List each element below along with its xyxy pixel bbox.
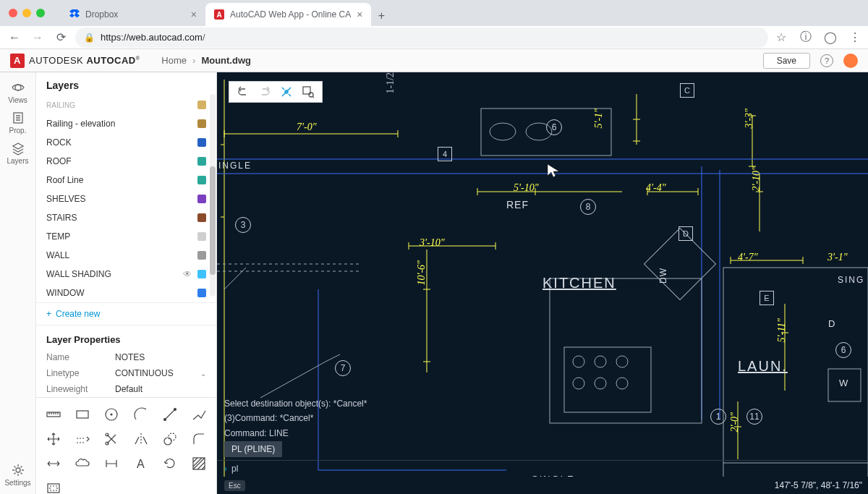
- layer-row[interactable]: ROOF: [36, 152, 216, 171]
- browser-tab-dropbox[interactable]: Dropbox ×: [61, 3, 205, 26]
- color-swatch[interactable]: [197, 176, 206, 184]
- svg-rect-4: [77, 411, 88, 418]
- keynote-e: E: [760, 291, 774, 305]
- layer-row[interactable]: STAIRS: [36, 208, 216, 227]
- rail-layers[interactable]: Layers: [0, 137, 36, 168]
- browser-toolbar: ← → ⟳ 🔒 https://web.autocad.com/ ☆ ⓘ ◯ ⋮: [0, 26, 868, 49]
- save-button[interactable]: Save: [763, 53, 810, 69]
- profile-icon[interactable]: ◯: [823, 30, 838, 44]
- offset-tool[interactable]: [68, 427, 97, 451]
- info-icon[interactable]: ⓘ: [799, 30, 813, 45]
- scrollbar-thumb[interactable]: [210, 166, 216, 275]
- fillet-tool[interactable]: [184, 427, 213, 451]
- layer-row[interactable]: Roof Line: [36, 171, 216, 189]
- url-path: /: [203, 32, 205, 43]
- dw-label: DW: [658, 268, 668, 284]
- layout-tool[interactable]: [39, 476, 68, 494]
- svg-point-27: [616, 356, 628, 367]
- trim-tool[interactable]: [97, 427, 126, 451]
- forward-button[interactable]: →: [29, 29, 46, 46]
- close-icon[interactable]: ×: [357, 9, 362, 20]
- revcloud-tool[interactable]: [68, 451, 97, 476]
- rail-views[interactable]: Views: [0, 77, 36, 107]
- polyline-tool[interactable]: [184, 402, 213, 427]
- reload-button[interactable]: ⟳: [52, 29, 69, 46]
- new-tab-button[interactable]: +: [371, 6, 391, 26]
- color-swatch[interactable]: [197, 232, 206, 241]
- svg-point-7: [163, 419, 166, 421]
- tag-3: 3: [235, 217, 251, 233]
- minimize-window-icon[interactable]: [22, 9, 31, 17]
- rectangle-tool[interactable]: [68, 402, 97, 427]
- color-swatch[interactable]: [197, 119, 206, 128]
- property-row: NameNOTES: [36, 349, 216, 365]
- color-swatch[interactable]: [197, 138, 206, 147]
- layer-row[interactable]: TEMP: [36, 227, 216, 246]
- views-icon: [11, 80, 25, 95]
- color-swatch[interactable]: [197, 157, 206, 166]
- browser-tab-autocad[interactable]: A AutoCAD Web App - Online CA ×: [205, 3, 371, 26]
- undo-button[interactable]: [232, 81, 254, 103]
- dimension-tool[interactable]: [97, 451, 126, 476]
- prompt-icon: ›: [224, 464, 227, 474]
- svg-point-26: [595, 356, 606, 367]
- redo-button[interactable]: [254, 81, 276, 103]
- circle-tool[interactable]: [97, 402, 126, 427]
- layer-row[interactable]: WINDOW: [36, 284, 216, 302]
- layer-name: WINDOW: [46, 288, 85, 298]
- breadcrumb-home[interactable]: Home: [161, 55, 187, 66]
- help-icon[interactable]: ?: [820, 54, 833, 67]
- back-button[interactable]: ←: [6, 29, 23, 46]
- esc-key-hint[interactable]: Esc: [224, 480, 245, 491]
- rotate-tool[interactable]: [156, 451, 184, 476]
- hatch-tool[interactable]: [184, 451, 213, 476]
- mirror-tool[interactable]: [127, 427, 156, 451]
- rail-settings[interactable]: Settings: [0, 459, 36, 490]
- text-tool[interactable]: A: [127, 451, 156, 476]
- sing-label: SING: [838, 275, 864, 285]
- color-swatch[interactable]: [197, 251, 206, 260]
- d-label: D: [828, 318, 836, 329]
- user-avatar[interactable]: [843, 54, 858, 68]
- color-swatch[interactable]: [197, 101, 206, 109]
- color-swatch[interactable]: [197, 195, 206, 203]
- property-row[interactable]: LinetypeCONTINUOUS⌄: [36, 365, 216, 381]
- svg-point-25: [573, 356, 584, 367]
- address-bar[interactable]: 🔒 https://web.autocad.com/: [75, 27, 768, 48]
- arc-tool[interactable]: [127, 402, 156, 427]
- url-scheme: https://: [101, 32, 129, 43]
- breadcrumb-file: Mount.dwg: [201, 55, 251, 66]
- zoom-window-button[interactable]: [297, 81, 319, 103]
- drawing-canvas[interactable]: 7'-0" 5'-10" 3'-10" 4'-4" 4'-7" 3'-1" 5'…: [217, 72, 868, 494]
- breadcrumb: Home › Mount.dwg: [161, 55, 251, 66]
- layer-row[interactable]: RAILING: [36, 95, 216, 114]
- color-swatch[interactable]: [197, 270, 206, 278]
- layer-row[interactable]: WALL: [36, 246, 216, 265]
- measure-tool[interactable]: [39, 402, 68, 427]
- layer-row[interactable]: WALL SHADING👁: [36, 265, 216, 284]
- dim-label: 5'-10": [514, 182, 539, 194]
- svg-point-8: [174, 409, 176, 411]
- layer-row[interactable]: Railing - elevation: [36, 114, 216, 133]
- command-suggestion[interactable]: PL (PLINE): [224, 441, 282, 457]
- kebab-menu-icon[interactable]: ⋮: [848, 30, 862, 44]
- layer-row[interactable]: ROCK: [36, 133, 216, 152]
- color-swatch[interactable]: [197, 289, 206, 297]
- layer-row[interactable]: SHELVES: [36, 189, 216, 208]
- tab-label: AutoCAD Web App - Online CA: [230, 9, 351, 20]
- maximize-window-icon[interactable]: [36, 9, 45, 17]
- color-swatch[interactable]: [197, 213, 206, 222]
- move-tool[interactable]: [39, 427, 68, 451]
- create-layer-button[interactable]: + Create new: [36, 302, 216, 325]
- close-window-icon[interactable]: [9, 9, 17, 17]
- line-tool[interactable]: [156, 402, 184, 427]
- rail-properties[interactable]: Prop.: [0, 107, 36, 137]
- close-icon[interactable]: ×: [191, 9, 197, 20]
- command-input[interactable]: › pl: [217, 460, 868, 477]
- copy-tool[interactable]: [156, 427, 184, 451]
- bookmark-icon[interactable]: ☆: [774, 30, 788, 44]
- snap-toggle[interactable]: [276, 81, 297, 103]
- stretch-tool[interactable]: [39, 451, 68, 476]
- svg-point-21: [490, 123, 516, 140]
- visibility-icon[interactable]: 👁: [183, 269, 192, 279]
